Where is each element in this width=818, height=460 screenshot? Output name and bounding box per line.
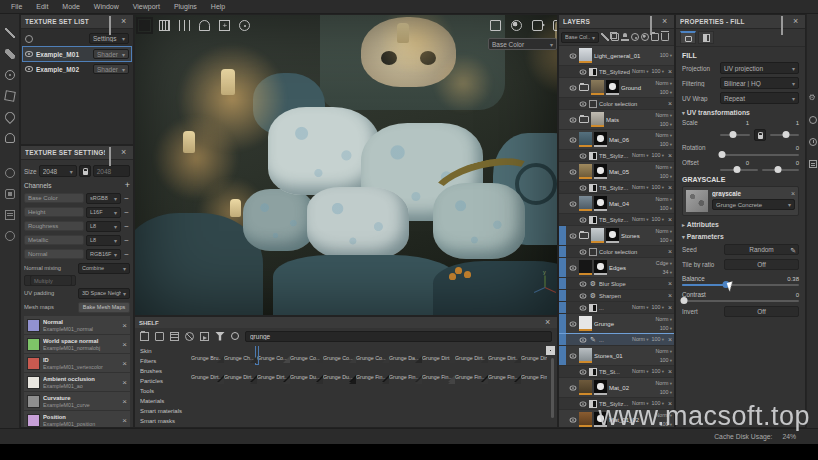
import-resources-icon[interactable] — [200, 332, 209, 341]
layer-name[interactable]: Mat_05 — [609, 169, 654, 175]
remove-effect-icon[interactable]: × — [668, 304, 672, 312]
new-resource-icon[interactable] — [155, 332, 164, 341]
eye-icon[interactable] — [570, 201, 577, 206]
add-folder-icon[interactable] — [651, 33, 659, 41]
mesh-map-item[interactable]: Ambient occlusion ExampleM01_ao × — [24, 373, 130, 392]
menu-item[interactable]: Plugins — [167, 0, 204, 14]
layer-row[interactable]: TB_Styliz... Norm 100 × — [559, 182, 674, 194]
remove-effect-icon[interactable]: × — [668, 368, 672, 376]
channel-name[interactable]: Roughness — [24, 221, 84, 231]
remove-effect-icon[interactable]: × — [668, 216, 672, 224]
log-icon[interactable] — [809, 160, 817, 168]
scale-slider-u[interactable] — [720, 134, 750, 136]
shelf-category[interactable]: Particles — [140, 376, 189, 386]
rectangle-select-icon[interactable] — [490, 20, 501, 31]
shelf-category[interactable]: Smart masks — [140, 416, 189, 426]
remove-channel-icon[interactable]: − — [123, 250, 130, 259]
eraser-icon[interactable] — [5, 49, 15, 59]
close-icon[interactable] — [544, 318, 553, 327]
layer-name[interactable]: ... — [599, 337, 630, 343]
dock-icon[interactable] — [780, 17, 789, 26]
eye-icon[interactable] — [570, 265, 577, 270]
eye-icon[interactable] — [570, 53, 577, 58]
layer-row[interactable]: TB_Styliz... Norm 100 × — [559, 150, 674, 162]
parameters-header[interactable]: ▾Parameters — [682, 233, 799, 240]
setting-field[interactable]: Multiply — [30, 275, 72, 286]
layer-name[interactable]: ... — [599, 305, 630, 311]
shelf-category[interactable]: Tools — [140, 386, 189, 396]
channel-name[interactable]: Base Color — [24, 193, 84, 203]
property-dropdown[interactable]: Repeat — [720, 92, 799, 104]
eye-icon[interactable] — [580, 281, 587, 286]
tab-mask[interactable] — [698, 31, 714, 44]
blend-mode-dropdown[interactable]: Norm — [656, 227, 672, 236]
grayscale-resource[interactable]: grayscale × Grunge Concrete — [682, 186, 799, 216]
blend-mode-dropdown[interactable]: Norm — [656, 195, 672, 204]
unlink-icon[interactable] — [185, 332, 194, 341]
layer-name[interactable]: Mat_04 — [609, 201, 654, 207]
layer-thumbnail[interactable] — [579, 380, 592, 395]
opacity-dropdown[interactable]: 100 — [660, 120, 672, 129]
channel-format-dropdown[interactable]: sRGB8 — [86, 193, 121, 204]
shelf-category[interactable]: Filters — [140, 356, 189, 366]
blend-mode-dropdown[interactable]: Norm — [632, 183, 648, 192]
add-channel-icon[interactable]: + — [125, 181, 130, 190]
camera-film-icon[interactable] — [532, 20, 543, 31]
eye-icon[interactable] — [570, 385, 577, 390]
layer-thumbnail[interactable] — [579, 48, 592, 63]
remove-effect-icon[interactable]: × — [668, 184, 672, 192]
copy-icon[interactable] — [611, 33, 619, 41]
layer-name[interactable]: Grunge — [594, 321, 654, 327]
material-picker-icon[interactable] — [5, 168, 15, 178]
offset-slider-u[interactable] — [720, 169, 758, 171]
focus-icon[interactable] — [239, 20, 250, 31]
layer-name[interactable]: TB_Stylized_T... — [599, 69, 630, 75]
close-icon[interactable] — [792, 17, 801, 26]
bake-mesh-maps-button[interactable]: Bake Mesh Maps — [78, 302, 130, 313]
menu-item[interactable]: Viewport — [126, 0, 167, 14]
eye-icon[interactable] — [570, 417, 577, 422]
polygon-fill-icon[interactable] — [4, 90, 16, 102]
layer-name[interactable]: TB_Styliz... — [599, 217, 630, 223]
menu-item[interactable]: Window — [87, 0, 126, 14]
layer-name[interactable]: Edges — [609, 265, 654, 271]
shelf-item[interactable]: Grunge Fin... — [521, 365, 547, 383]
add-shelf-icon[interactable] — [140, 332, 149, 341]
uv-grid-icon[interactable] — [159, 20, 170, 31]
layer-row[interactable]: Edges Cdge 34 × — [559, 258, 674, 278]
menu-item[interactable]: Help — [204, 0, 232, 14]
dock-icon[interactable] — [649, 17, 658, 26]
shader-dropdown[interactable]: Shader — [93, 64, 129, 74]
blend-mode-dropdown[interactable]: Norm — [632, 67, 648, 76]
layer-name[interactable]: TB_St... — [599, 369, 630, 375]
mask-thumbnail[interactable] — [606, 228, 619, 243]
opacity-dropdown[interactable]: 100 — [660, 324, 672, 333]
rotation-slider[interactable] — [720, 154, 799, 156]
opacity-dropdown[interactable]: 100 — [660, 172, 672, 181]
opacity-dropdown[interactable]: 100 — [660, 356, 672, 365]
layer-name[interactable]: Mats — [606, 117, 654, 123]
property-dropdown[interactable]: UV projection — [720, 62, 799, 74]
blend-mode-dropdown[interactable]: Cdge — [656, 259, 672, 268]
mesh-map-item[interactable]: Normal ExampleM01_normal × — [24, 316, 130, 335]
layer-thumbnail[interactable] — [591, 228, 604, 243]
layer-row[interactable]: TB_St... Norm 100 × — [559, 366, 674, 378]
layer-row[interactable]: Color selection × — [559, 98, 674, 110]
blend-mode-dropdown[interactable]: Norm — [656, 111, 672, 120]
eye-icon[interactable] — [570, 85, 577, 90]
remove-mesh-map-icon[interactable]: × — [122, 359, 127, 368]
blend-mode-dropdown[interactable]: Norm — [656, 163, 672, 172]
layer-thumbnail[interactable] — [591, 80, 604, 95]
eye-icon[interactable] — [580, 249, 587, 254]
mirror-icon[interactable] — [179, 20, 190, 31]
dock-icon[interactable] — [108, 148, 117, 157]
offset-slider-v[interactable] — [762, 169, 800, 171]
remove-mesh-map-icon[interactable]: × — [122, 397, 127, 406]
fill-layer-icon[interactable] — [641, 33, 649, 41]
layer-thumbnail[interactable] — [579, 196, 592, 211]
help-icon[interactable] — [5, 231, 15, 241]
eye-icon[interactable] — [580, 401, 587, 406]
smudge-icon[interactable] — [2, 110, 16, 124]
blend-mode-dropdown[interactable]: Norm — [656, 347, 672, 356]
remove-mesh-map-icon[interactable]: × — [122, 321, 127, 330]
